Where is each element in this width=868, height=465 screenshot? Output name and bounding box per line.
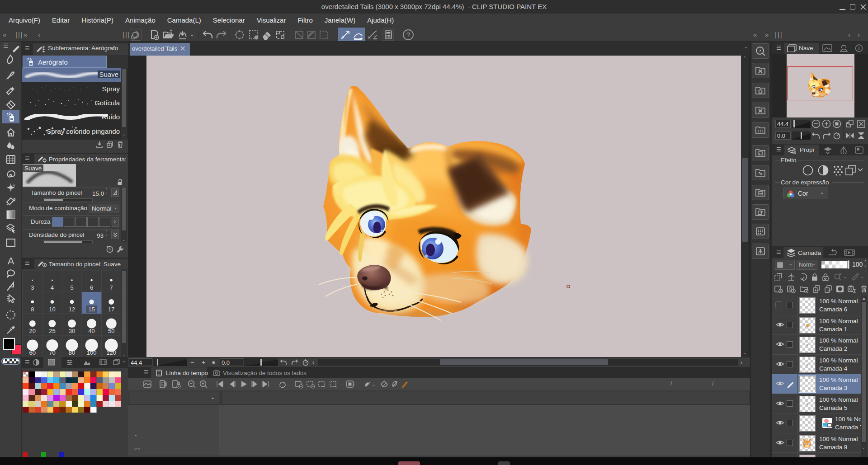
svg-text:80: 80 bbox=[69, 349, 75, 356]
svg-text:120: 120 bbox=[106, 349, 116, 356]
svg-text:25: 25 bbox=[49, 328, 55, 334]
svg-text:⌄: ⌄ bbox=[123, 352, 126, 357]
svg-text:10: 10 bbox=[49, 306, 55, 313]
svg-text:60: 60 bbox=[29, 349, 36, 356]
svg-text:20: 20 bbox=[29, 328, 36, 334]
svg-text:100: 100 bbox=[87, 349, 97, 356]
svg-text:4: 4 bbox=[51, 284, 54, 291]
svg-text:8: 8 bbox=[31, 306, 34, 313]
svg-text:17: 17 bbox=[108, 306, 114, 313]
svg-text:7: 7 bbox=[110, 284, 113, 291]
svg-text:5: 5 bbox=[70, 284, 73, 291]
svg-text:12: 12 bbox=[69, 306, 75, 313]
svg-text:50: 50 bbox=[108, 328, 114, 334]
svg-text:6: 6 bbox=[90, 284, 93, 291]
svg-text:3: 3 bbox=[31, 284, 34, 291]
svg-text:?: ? bbox=[406, 31, 410, 38]
svg-text:40: 40 bbox=[88, 328, 94, 334]
svg-text:15: 15 bbox=[88, 306, 94, 313]
svg-text:A: A bbox=[8, 256, 14, 267]
svg-text:70: 70 bbox=[49, 349, 55, 356]
svg-text:30: 30 bbox=[69, 328, 75, 334]
